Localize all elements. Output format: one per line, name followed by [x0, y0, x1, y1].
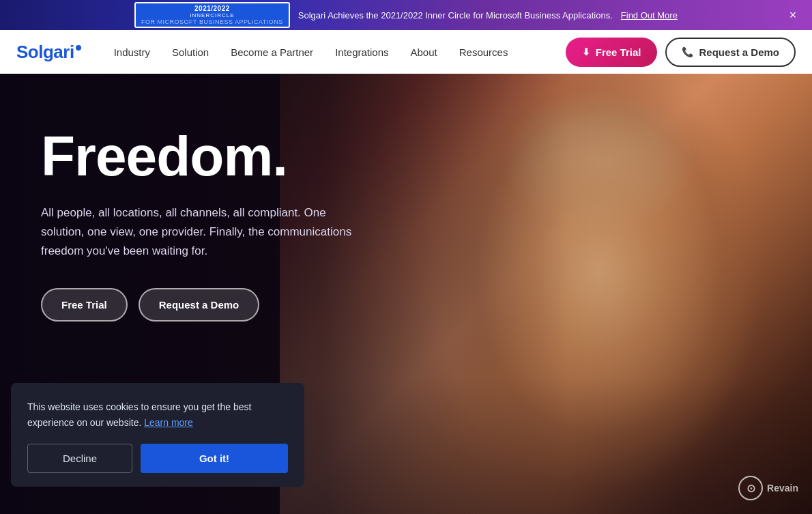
hero-section: Freedom. All people, all locations, all …	[0, 74, 812, 514]
hero-free-trial-button[interactable]: Free Trial	[41, 288, 128, 322]
nav-buttons: ⬇ Free Trial 📞 Request a Demo	[566, 38, 796, 67]
revain-badge: ⊙ Revain	[738, 476, 798, 500]
nav-industry[interactable]: Industry	[103, 30, 161, 74]
nav-resources[interactable]: Resources	[448, 30, 519, 74]
cookie-decline-button[interactable]: Decline	[27, 444, 132, 473]
hero-content: Freedom. All people, all locations, all …	[41, 128, 355, 322]
revain-label: Revain	[767, 483, 798, 494]
main-nav: Industry Solution Become a Partner Integ…	[103, 30, 566, 74]
hero-request-demo-button[interactable]: Request a Demo	[139, 288, 260, 322]
nav-become-partner[interactable]: Become a Partner	[220, 30, 324, 74]
cookie-buttons: Decline Got it!	[27, 444, 288, 473]
hero-buttons: Free Trial Request a Demo	[41, 288, 355, 322]
cookie-message: This website uses cookies to ensure you …	[27, 399, 288, 430]
logo-dot	[76, 45, 81, 51]
innercircle-subtitle: for Microsoft Business Applications	[141, 18, 283, 25]
request-demo-button[interactable]: 📞 Request a Demo	[665, 38, 796, 67]
nav-integrations[interactable]: Integrations	[324, 30, 399, 74]
logo-text: Solgari	[16, 42, 74, 63]
innercircle-logo: 2021/2022 INNERCIRCLE for Microsoft Busi…	[134, 2, 290, 28]
free-trial-label: Free Trial	[596, 46, 641, 58]
announcement-text: Solgari Achieves the 2021/2022 Inner Cir…	[298, 10, 613, 20]
cookie-consent-banner: This website uses cookies to ensure you …	[11, 383, 304, 487]
cookie-message-text: This website uses cookies to ensure you …	[27, 401, 251, 427]
phone-icon: 📞	[682, 46, 693, 57]
request-demo-label: Request a Demo	[699, 46, 779, 58]
innercircle-name: INNERCIRCLE	[190, 12, 234, 18]
nav-about[interactable]: About	[400, 30, 448, 74]
nav-solution[interactable]: Solution	[161, 30, 220, 74]
hero-subtitle: All people, all locations, all channels,…	[41, 203, 355, 261]
announcement-bar: 2021/2022 INNERCIRCLE for Microsoft Busi…	[0, 0, 812, 30]
cookie-learn-more-link[interactable]: Learn more	[144, 417, 193, 428]
free-trial-button[interactable]: ⬇ Free Trial	[566, 38, 658, 67]
revain-icon: ⊙	[738, 476, 763, 500]
find-out-more-link[interactable]: Find Out More	[621, 10, 678, 20]
download-icon: ⬇	[582, 46, 590, 57]
innercircle-badge: 2021/2022 INNERCIRCLE for Microsoft Busi…	[134, 2, 290, 28]
close-announcement-button[interactable]: ×	[785, 7, 801, 23]
hero-title: Freedom.	[41, 128, 355, 184]
logo[interactable]: Solgari	[16, 42, 81, 63]
innercircle-year: 2021/2022	[194, 5, 230, 12]
cookie-accept-button[interactable]: Got it!	[141, 444, 288, 473]
navbar: Solgari Industry Solution Become a Partn…	[0, 30, 812, 74]
